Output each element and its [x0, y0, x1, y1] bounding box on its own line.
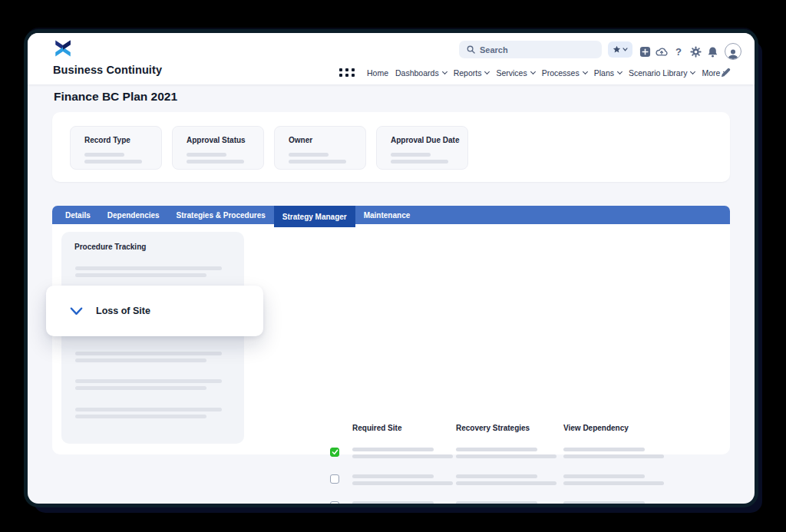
column-header-view-dependency: View Dependency: [563, 424, 671, 432]
cell-view-dependency: [563, 448, 671, 458]
search-icon: [467, 45, 475, 54]
nav-item-scenario-library[interactable]: Scenario Library: [629, 68, 695, 78]
add-square-icon[interactable]: [639, 45, 651, 58]
chevron-down-icon: [583, 69, 588, 74]
placeholder-bar: [84, 153, 124, 157]
page-title: Finance BC Plan 2021: [54, 90, 177, 104]
tab-strategies-procedures[interactable]: Strategies & Procedures: [168, 206, 274, 224]
summary-field-label: Record Type: [84, 136, 161, 144]
summary-field: Owner: [274, 126, 366, 170]
placeholder-bar: [456, 501, 537, 504]
placeholder-bar: [75, 415, 206, 418]
nav-item-home[interactable]: Home: [367, 68, 388, 78]
app-launcher-icon[interactable]: [339, 68, 355, 78]
placeholder-bar: [352, 481, 453, 485]
placeholder-bar: [75, 359, 206, 362]
placeholder-bar: [456, 474, 537, 478]
cell-view-dependency: [563, 501, 671, 504]
placeholder-bar: [563, 501, 645, 504]
placeholder-group: [75, 408, 222, 418]
placeholder-bar: [391, 153, 431, 157]
placeholder-group: [75, 379, 222, 390]
placeholder-group: [75, 266, 222, 277]
placeholder-bar: [563, 474, 645, 478]
tab-details[interactable]: Details: [57, 206, 99, 224]
placeholder-bar: [75, 386, 206, 390]
table-row: [330, 474, 671, 485]
cell-required-site: [352, 501, 456, 504]
panel-title: Procedure Tracking: [74, 243, 146, 251]
brand-name: Business Continuity: [53, 64, 162, 76]
nav-item-services[interactable]: Services: [496, 68, 534, 78]
app-window: Business Continuity: [28, 33, 755, 504]
notifications-bell-icon[interactable]: [706, 45, 718, 58]
placeholder-bar: [352, 501, 434, 504]
nav-item-dashboards[interactable]: Dashboards: [395, 68, 447, 78]
procedure-tracking-panel: Procedure Tracking: [61, 232, 244, 444]
chevron-down-icon: [442, 69, 447, 74]
nav-item-reports[interactable]: Reports: [454, 68, 490, 78]
row-checkbox[interactable]: [330, 501, 339, 504]
placeholder-bar: [75, 379, 222, 383]
cell-required-site: [352, 448, 456, 458]
column-header-recovery-strategies: Recovery Strategies: [456, 424, 563, 432]
header-actions: ?: [639, 43, 741, 60]
edit-pencil-icon[interactable]: [720, 67, 732, 79]
setup-gear-icon[interactable]: [689, 45, 702, 58]
expanded-strategy-card[interactable]: Loss of Site: [46, 286, 263, 336]
summary-field-label: Approval Status: [187, 136, 263, 144]
summary-field-label: Approval Due Date: [391, 136, 467, 144]
chevron-down-icon: [530, 69, 536, 74]
placeholder-bar: [75, 273, 206, 277]
table-header: Required SiteRecovery StrategiesView Dep…: [330, 424, 671, 432]
cell-required-site: [352, 474, 456, 485]
placeholder-bar: [563, 448, 645, 451]
summary-field: Approval Status: [172, 126, 264, 170]
chevron-down-icon: [70, 306, 83, 316]
placeholder-bar: [352, 454, 453, 458]
cell-recovery-strategies: [456, 474, 563, 485]
placeholder-bar: [84, 160, 142, 164]
help-icon[interactable]: ?: [672, 45, 685, 58]
nav-item-processes[interactable]: Processes: [542, 68, 587, 78]
tab-strategy-manager[interactable]: Strategy Manager: [274, 206, 355, 227]
cell-view-dependency: [563, 474, 671, 485]
table-row: [330, 448, 671, 458]
record-tabs: DetailsDependenciesStrategies & Procedur…: [52, 206, 730, 224]
search-box[interactable]: [459, 41, 602, 58]
placeholder-bar: [187, 153, 226, 157]
placeholder-bar: [563, 454, 664, 458]
column-header-required-site: Required Site: [352, 424, 456, 432]
search-input[interactable]: [480, 45, 594, 55]
tab-maintenance[interactable]: Maintenance: [355, 206, 419, 224]
table-row: [330, 501, 671, 504]
placeholder-bar: [75, 408, 222, 411]
tab-content-panel: Procedure Tracking Required SiteRecovery…: [52, 224, 730, 454]
desktop-background: Business Continuity: [0, 0, 786, 532]
record-summary-card: Record Type Approval Status Owner Approv…: [52, 112, 730, 182]
chevron-down-icon: [690, 69, 695, 74]
expanded-strategy-label: Loss of Site: [96, 306, 150, 316]
placeholder-bar: [352, 448, 434, 451]
user-avatar[interactable]: [725, 43, 741, 60]
chevron-down-icon: [484, 69, 490, 74]
placeholder-bar: [75, 352, 222, 355]
tab-dependencies[interactable]: Dependencies: [99, 206, 168, 224]
app-header: Business Continuity: [28, 33, 755, 84]
chevron-down-icon: [623, 48, 628, 51]
placeholder-bar: [456, 448, 537, 451]
nav-item-plans[interactable]: Plans: [594, 68, 622, 78]
placeholder-bar: [289, 160, 346, 164]
summary-field: Record Type: [70, 126, 162, 170]
brand-logo-icon: [53, 38, 73, 58]
guidance-cloud-icon[interactable]: [656, 45, 668, 58]
row-checkbox[interactable]: [330, 474, 339, 484]
favorites-control[interactable]: [608, 41, 632, 58]
strategy-table: Required SiteRecovery StrategiesView Dep…: [330, 424, 671, 504]
row-checkbox-checked[interactable]: [330, 448, 339, 457]
main-nav: HomeDashboardsReportsServicesProcessesPl…: [339, 67, 728, 79]
placeholder-bar: [456, 454, 556, 458]
placeholder-bar: [289, 153, 329, 157]
placeholder-bar: [352, 474, 434, 478]
placeholder-bar: [563, 481, 664, 485]
